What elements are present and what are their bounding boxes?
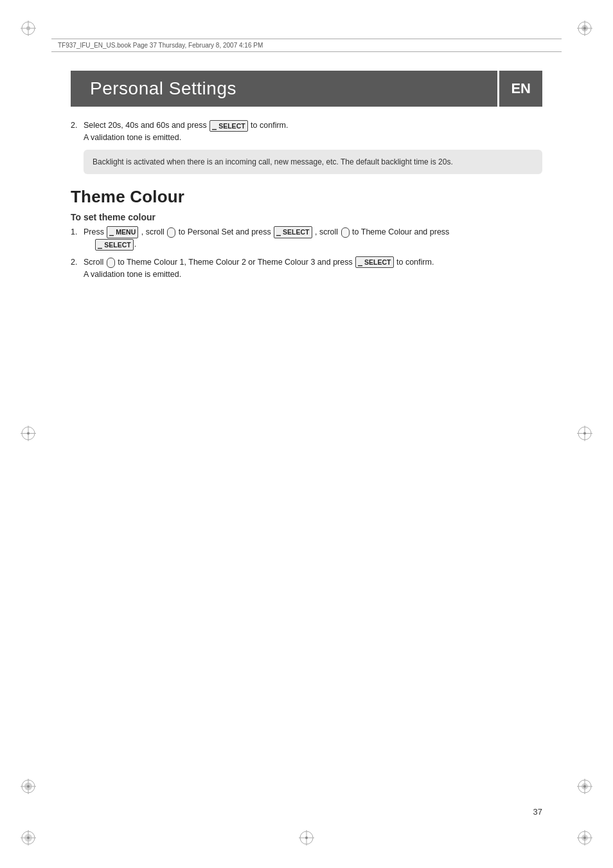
reg-mark-top-left bbox=[19, 19, 37, 39]
backlight-steps: 2. Select 20s, 40s and 60s and press ⎯ S… bbox=[71, 120, 542, 145]
menu-key: ⎯ MENU bbox=[107, 226, 138, 238]
svg-point-40 bbox=[305, 837, 308, 839]
scroll-icon-2 bbox=[341, 227, 350, 238]
page-container: TF937_IFU_EN_US.book Page 37 Thursday, F… bbox=[0, 0, 613, 868]
page-number: 37 bbox=[533, 807, 542, 817]
title-banner: Personal Settings EN bbox=[71, 71, 542, 107]
file-header: TF937_IFU_EN_US.book Page 37 Thursday, F… bbox=[51, 39, 562, 52]
svg-point-13 bbox=[27, 837, 30, 839]
reg-mark-bottom-right bbox=[576, 829, 594, 849]
select-key-2: ⎯ SELECT bbox=[95, 239, 133, 251]
lang-code: EN bbox=[511, 80, 531, 97]
reg-mark-mid-right bbox=[576, 424, 594, 444]
reg-mark-top-right bbox=[576, 19, 594, 39]
select-key-3: ⎯ SELECT bbox=[355, 256, 393, 268]
title-banner-lang: EN bbox=[497, 71, 542, 107]
step-num-2: 2. bbox=[71, 120, 84, 132]
note-box-backlight: Backlight is activated when there is an … bbox=[84, 150, 542, 174]
theme-step2: 2. Scroll to Theme Colour 1, Theme Colou… bbox=[71, 256, 542, 281]
title-banner-main: Personal Settings bbox=[71, 71, 497, 107]
backlight-step2: 2. Select 20s, 40s and 60s and press ⎯ S… bbox=[71, 120, 542, 145]
file-info-text: TF937_IFU_EN_US.book Page 37 Thursday, F… bbox=[58, 42, 263, 49]
page-title: Personal Settings bbox=[90, 78, 236, 98]
content-area: Personal Settings EN 2. Select 20s, 40s … bbox=[71, 71, 542, 791]
reg-mark-bottom-mid-left bbox=[19, 777, 37, 797]
theme-step2-text: Scroll to Theme Colour 1, Theme Colour 2… bbox=[84, 256, 542, 281]
svg-point-26 bbox=[583, 432, 586, 434]
svg-point-36 bbox=[583, 785, 586, 788]
scroll-icon-3 bbox=[107, 258, 115, 268]
svg-point-22 bbox=[27, 432, 30, 434]
backlight-step2-text: Select 20s, 40s and 60s and press ⎯ SELE… bbox=[84, 120, 542, 145]
select-key-1: ⎯ SELECT bbox=[274, 226, 312, 238]
theme-step1-text: Press ⎯ MENU , scroll to Personal Set an… bbox=[84, 226, 542, 251]
theme-steps: 1. Press ⎯ MENU , scroll to Personal Set… bbox=[71, 226, 542, 281]
note-text: Backlight is activated when there is an … bbox=[93, 157, 453, 166]
theme-colour-sub-heading: To set theme colour bbox=[71, 212, 542, 222]
svg-point-3 bbox=[26, 26, 30, 30]
theme-step1: 1. Press ⎯ MENU , scroll to Personal Set… bbox=[71, 226, 542, 251]
select-key-backlight: ⎯ SELECT bbox=[209, 120, 247, 132]
reg-mark-bottom-center bbox=[298, 829, 315, 849]
reg-mark-bottom-mid-right bbox=[576, 777, 594, 797]
theme-step1-num: 1. bbox=[71, 226, 84, 238]
reg-mark-mid-left bbox=[19, 424, 37, 444]
theme-colour-heading: Theme Colour bbox=[71, 187, 542, 207]
svg-point-8 bbox=[583, 27, 586, 30]
reg-mark-bottom-left bbox=[19, 829, 37, 849]
theme-step2-num: 2. bbox=[71, 256, 84, 269]
svg-point-18 bbox=[583, 837, 586, 839]
scroll-icon-1 bbox=[167, 227, 175, 238]
svg-point-31 bbox=[27, 785, 30, 788]
